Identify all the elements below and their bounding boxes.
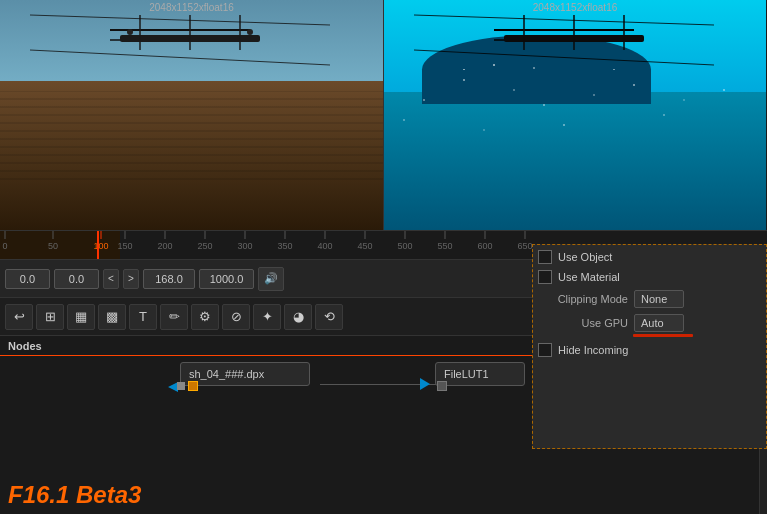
mask-button[interactable]: ⊘: [222, 304, 250, 330]
nodes-label: Nodes: [8, 340, 42, 352]
flow-arrow: [420, 378, 430, 390]
node-dpx-connector[interactable]: [188, 381, 198, 391]
app-title: F16.1 Beta3: [8, 481, 141, 509]
viewport-left[interactable]: 2048x1152xfloat16: [0, 0, 383, 230]
hide-incoming-label: Hide Incoming: [558, 344, 628, 356]
timeline-playhead[interactable]: [97, 231, 99, 259]
frame-start-input[interactable]: 0.0: [5, 269, 50, 289]
viewport-left-label: 2048x1152xfloat16: [149, 2, 234, 13]
svg-text:250: 250: [197, 241, 212, 251]
svg-point-33: [403, 119, 405, 121]
svg-text:650: 650: [517, 241, 532, 251]
frame-total-input[interactable]: 1000.0: [199, 269, 254, 289]
clipping-mode-row: Clipping Mode None: [538, 290, 761, 308]
clipping-mode-value[interactable]: None: [634, 290, 684, 308]
use-material-label: Use Material: [558, 271, 620, 283]
svg-line-7: [30, 50, 330, 65]
terrain-left: [0, 0, 383, 230]
node-dpx-label: sh_04_###.dpx: [189, 368, 264, 380]
grid-button[interactable]: ⊞: [36, 304, 64, 330]
svg-text:0: 0: [2, 241, 7, 251]
svg-text:150: 150: [117, 241, 132, 251]
prev-frame-button[interactable]: <: [103, 269, 119, 289]
node-dpx[interactable]: sh_04_###.dpx: [180, 362, 310, 386]
use-object-row: Use Object: [538, 250, 761, 264]
gpu-usage-bar: [633, 334, 693, 337]
properties-panel: Use Object Use Material Clipping Mode No…: [532, 244, 767, 449]
svg-point-36: [663, 114, 665, 116]
rock-detail: [0, 91, 383, 181]
viewport-right-label: 2048x1152xfloat16: [533, 2, 618, 13]
svg-text:350: 350: [277, 241, 292, 251]
node-filelut-label: FileLUT1: [444, 368, 489, 380]
svg-point-34: [483, 129, 485, 131]
svg-text:200: 200: [157, 241, 172, 251]
volume-button[interactable]: 🔊: [258, 267, 284, 291]
svg-point-35: [563, 124, 565, 126]
grid3-button[interactable]: ▩: [98, 304, 126, 330]
svg-line-6: [30, 15, 330, 25]
svg-point-31: [683, 99, 685, 101]
terrain-right: [384, 0, 766, 230]
node-filelut-output[interactable]: [437, 381, 447, 391]
svg-text:300: 300: [237, 241, 252, 251]
thermal-dots: [384, 0, 766, 230]
aircraft-svg: [30, 10, 350, 70]
svg-text:400: 400: [317, 241, 332, 251]
undo-button[interactable]: ↩: [5, 304, 33, 330]
rock-base: [0, 81, 383, 231]
svg-point-30: [633, 84, 635, 86]
svg-text:600: 600: [477, 241, 492, 251]
text-tool-button[interactable]: T: [129, 304, 157, 330]
use-material-checkbox[interactable]: [538, 270, 552, 284]
use-gpu-row: Use GPU Auto: [538, 314, 761, 332]
svg-text:500: 500: [397, 241, 412, 251]
hide-incoming-checkbox[interactable]: [538, 343, 552, 357]
next-frame-button[interactable]: >: [123, 269, 139, 289]
use-material-row: Use Material: [538, 270, 761, 284]
node-filelut[interactable]: FileLUT1: [435, 362, 525, 386]
use-gpu-key: Use GPU: [538, 317, 628, 329]
svg-point-8: [127, 29, 133, 35]
svg-point-27: [513, 89, 515, 91]
paint-button[interactable]: ◕: [284, 304, 312, 330]
hide-incoming-row: Hide Incoming: [538, 343, 761, 357]
svg-point-28: [543, 104, 545, 106]
svg-point-9: [247, 29, 253, 35]
svg-text:50: 50: [48, 241, 58, 251]
svg-point-29: [593, 94, 595, 96]
reset-button[interactable]: ⟲: [315, 304, 343, 330]
svg-text:100: 100: [93, 241, 108, 251]
use-object-checkbox[interactable]: [538, 250, 552, 264]
svg-text:450: 450: [357, 241, 372, 251]
use-gpu-value[interactable]: Auto: [634, 314, 684, 332]
settings-button[interactable]: ⚙: [191, 304, 219, 330]
pen-tool-button[interactable]: ✏: [160, 304, 188, 330]
viewport-right[interactable]: 2048x1152xfloat16 Multiply by 100: [383, 0, 766, 230]
star-button[interactable]: ✦: [253, 304, 281, 330]
svg-point-26: [463, 79, 465, 81]
frame-current-input[interactable]: 0.0: [54, 269, 99, 289]
clipping-mode-key: Clipping Mode: [538, 293, 628, 305]
flow-arrow-container: [420, 378, 430, 390]
use-object-label: Use Object: [558, 251, 612, 263]
svg-text:550: 550: [437, 241, 452, 251]
node-dpx-output-dot: [177, 382, 185, 390]
svg-point-25: [423, 99, 425, 101]
svg-point-32: [723, 89, 725, 91]
grid2-button[interactable]: ▦: [67, 304, 95, 330]
frame-end-input[interactable]: 168.0: [143, 269, 195, 289]
viewport-area: 2048x1152xfloat16: [0, 0, 767, 230]
